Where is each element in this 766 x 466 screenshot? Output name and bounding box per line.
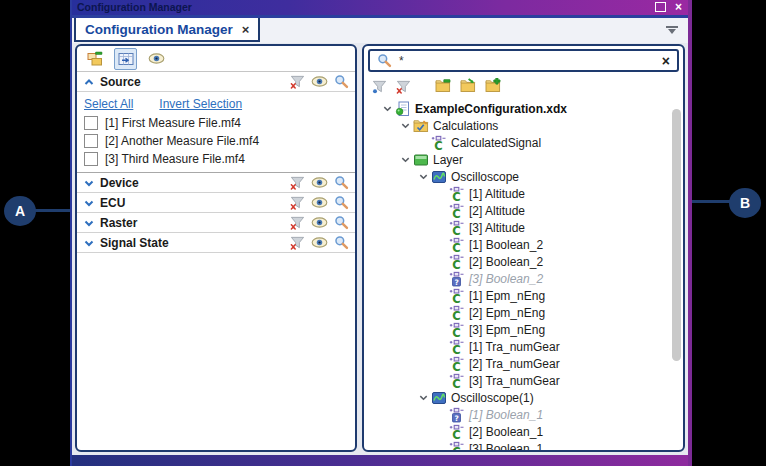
- configuration-manager-window: Configuration Manager × Configuration Ma…: [70, 0, 692, 466]
- svg-text:?: ?: [454, 277, 458, 286]
- expand-selection-icon[interactable]: [460, 78, 476, 94]
- svg-text:C: C: [452, 309, 460, 321]
- search-icon[interactable]: [334, 175, 349, 190]
- tree-row[interactable]: ExampleConfiguration.xdx: [364, 100, 683, 117]
- chevron-down-icon[interactable]: [398, 120, 412, 131]
- tree-row[interactable]: C[3] Boolean_1: [364, 440, 683, 452]
- svg-text:C: C: [452, 377, 460, 389]
- tree-row[interactable]: C[1] Boolean_2: [364, 236, 683, 253]
- source-file-list: [1] First Measure File.mf4[2] Another Me…: [77, 114, 355, 168]
- tab-list-dropdown-icon[interactable]: [668, 29, 676, 34]
- section-raster-header[interactable]: Raster: [77, 213, 355, 233]
- search-icon[interactable]: [334, 235, 349, 250]
- callout-a: A: [4, 196, 36, 226]
- chevron-down-icon[interactable]: [380, 103, 394, 114]
- tab-close-icon[interactable]: ×: [242, 22, 250, 37]
- section-ecu-header[interactable]: ECU: [77, 193, 355, 213]
- tree-row[interactable]: C[3] Tra_numGear: [364, 372, 683, 389]
- section-signal-state-header[interactable]: Signal State: [77, 233, 355, 253]
- tree-row[interactable]: ?[3] Boolean_2: [364, 270, 683, 287]
- table-view-icon[interactable]: [114, 48, 137, 70]
- chevron-down-icon[interactable]: [398, 154, 412, 165]
- search-icon[interactable]: [334, 215, 349, 230]
- svg-text:C: C: [452, 445, 460, 453]
- search-input[interactable]: *: [399, 54, 655, 68]
- file-checkbox[interactable]: [84, 116, 98, 130]
- maximize-icon[interactable]: [655, 2, 666, 12]
- section-source-header[interactable]: Source: [77, 72, 355, 92]
- chevron-down-blue[interactable]: [83, 237, 95, 249]
- clear-filter-icon[interactable]: [396, 79, 411, 94]
- group-by-source-icon[interactable]: [84, 49, 105, 69]
- tree-search-box[interactable]: * ×: [368, 49, 679, 72]
- tree-row[interactable]: C[2] Altitude: [364, 202, 683, 219]
- chevron-up-icon[interactable]: [83, 76, 95, 88]
- chevron-down-icon[interactable]: [416, 392, 430, 403]
- eye-icon[interactable]: [311, 177, 328, 188]
- tree-row[interactable]: C[1] Altitude: [364, 185, 683, 202]
- eye-icon[interactable]: [311, 237, 328, 248]
- select-all-link[interactable]: Select All: [84, 97, 133, 111]
- chevron-down-blue[interactable]: [83, 217, 95, 229]
- tree-row[interactable]: Layer: [364, 151, 683, 168]
- file-checkbox[interactable]: [84, 134, 98, 148]
- tree-row[interactable]: Oscilloscope(1): [364, 389, 683, 406]
- search-icon: [377, 53, 392, 68]
- tree-item-label: [2] Boolean_1: [469, 425, 543, 439]
- filter-icon[interactable]: [372, 79, 387, 94]
- eye-icon[interactable]: [311, 76, 328, 87]
- tree-panel: * × ExampleConfiguration.xdxCalculations…: [362, 44, 685, 452]
- screenshot-stage: A B Configuration Manager × Configuratio…: [0, 0, 766, 466]
- tree-row[interactable]: C[2] Boolean_1: [364, 423, 683, 440]
- clear-filter-icon[interactable]: [290, 235, 305, 250]
- tree-item-label: Calculations: [433, 119, 498, 133]
- tree-item-label: [1] Boolean_1: [469, 408, 543, 422]
- search-icon[interactable]: [334, 195, 349, 210]
- layer-icon: [412, 152, 429, 168]
- file-checkbox[interactable]: [84, 152, 98, 166]
- close-icon[interactable]: ×: [675, 1, 682, 13]
- tab-configuration-manager[interactable]: Configuration Manager ×: [74, 18, 260, 42]
- chevron-down-blue[interactable]: [83, 177, 95, 189]
- oscilloscope-icon: [430, 390, 447, 406]
- expand-all-icon[interactable]: [485, 78, 501, 94]
- source-file-row[interactable]: [3] Third Measure File.mf4: [77, 150, 355, 168]
- tab-strip: Configuration Manager ×: [72, 15, 688, 46]
- tree-row[interactable]: C[2] Boolean_2: [364, 253, 683, 270]
- chevron-down-icon[interactable]: [416, 171, 430, 182]
- tree-row[interactable]: ?[1] Boolean_1: [364, 406, 683, 423]
- eye-icon[interactable]: [311, 217, 328, 228]
- invert-selection-link[interactable]: Invert Selection: [159, 97, 242, 111]
- section-device-header[interactable]: Device: [77, 173, 355, 193]
- clear-filter-icon[interactable]: [290, 74, 305, 89]
- source-file-row[interactable]: [1] First Measure File.mf4: [77, 114, 355, 132]
- tree-row[interactable]: C[2] Tra_numGear: [364, 355, 683, 372]
- tree-row[interactable]: CCalculatedSignal: [364, 134, 683, 151]
- tree-row[interactable]: C[3] Altitude: [364, 219, 683, 236]
- svg-text:C: C: [452, 258, 460, 270]
- signal-icon: C: [448, 322, 465, 338]
- tree-row[interactable]: C[1] Tra_numGear: [364, 338, 683, 355]
- tree-row[interactable]: C[2] Epm_nEng: [364, 304, 683, 321]
- show-hide-columns-icon[interactable]: [146, 49, 167, 69]
- eye-icon[interactable]: [311, 197, 328, 208]
- configuration-tree: ExampleConfiguration.xdxCalculationsCCal…: [364, 97, 683, 452]
- vertical-scrollbar-thumb[interactable]: [672, 109, 681, 361]
- search-icon[interactable]: [334, 74, 349, 89]
- clear-filter-icon[interactable]: [290, 215, 305, 230]
- file-label: [1] First Measure File.mf4: [105, 116, 241, 130]
- clear-filter-icon[interactable]: [290, 175, 305, 190]
- title-bar[interactable]: Configuration Manager ×: [72, 0, 688, 15]
- tree-row[interactable]: Oscilloscope: [364, 168, 683, 185]
- signal-icon: C: [448, 305, 465, 321]
- tree-row[interactable]: C[3] Epm_nEng: [364, 321, 683, 338]
- search-clear-icon[interactable]: ×: [662, 53, 670, 69]
- tree-row[interactable]: Calculations: [364, 117, 683, 134]
- chevron-down-blue[interactable]: [83, 197, 95, 209]
- clear-filter-icon[interactable]: [290, 195, 305, 210]
- tree-row[interactable]: C[1] Epm_nEng: [364, 287, 683, 304]
- source-file-row[interactable]: [2] Another Measure File.mf4: [77, 132, 355, 150]
- section-label: ECU: [100, 196, 125, 210]
- section-source-body: Select All Invert Selection [1] First Me…: [77, 92, 355, 173]
- collapse-all-icon[interactable]: [435, 78, 451, 94]
